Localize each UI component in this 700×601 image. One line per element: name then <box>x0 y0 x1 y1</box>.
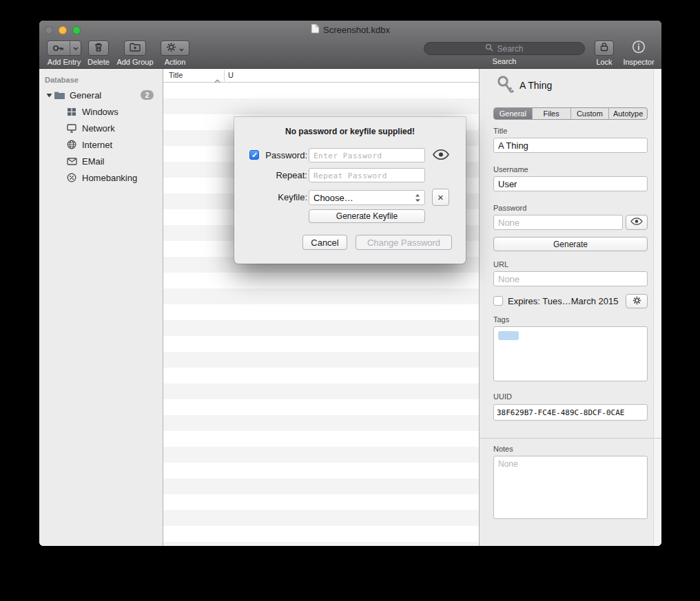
url-field-label: URL <box>493 260 508 268</box>
column-divider[interactable] <box>224 70 225 81</box>
group-sidebar: Database General 2 Windows Network Inter… <box>39 69 163 546</box>
search-icon <box>485 43 493 54</box>
group-label: Network <box>82 123 115 134</box>
title-field[interactable] <box>493 138 648 153</box>
eye-icon <box>433 151 449 162</box>
delete-label: Delete <box>88 58 110 66</box>
tab-general[interactable]: General <box>494 108 532 119</box>
reveal-password-button[interactable] <box>433 149 449 162</box>
notes-field-label: Notes <box>493 445 513 453</box>
gear-icon <box>166 42 176 55</box>
keyfile-popup[interactable]: Choose… <box>309 190 425 205</box>
entry-count-badge: 2 <box>141 90 154 100</box>
sheet-repeat-input[interactable] <box>309 168 425 182</box>
search-input[interactable]: Search <box>424 42 585 55</box>
app-window: Screenshot.kdbx Add Entry Delete <box>39 21 661 546</box>
lock-button[interactable] <box>595 41 614 56</box>
keyfile-label: Keyfile: <box>248 192 307 202</box>
uuid-field-label: UUID <box>493 392 512 401</box>
search-placeholder: Search <box>497 44 523 54</box>
password-label: Password: <box>248 150 307 160</box>
sidebar-item-general[interactable]: General 2 <box>39 87 163 103</box>
section-divider <box>480 438 661 439</box>
url-field[interactable] <box>493 271 648 286</box>
sidebar-item-network[interactable]: Network <box>39 120 163 136</box>
tag-chip[interactable] <box>498 331 519 340</box>
group-label: Internet <box>82 140 112 150</box>
reveal-password-button[interactable] <box>626 215 648 230</box>
sidebar-item-windows[interactable]: Windows <box>39 103 163 120</box>
entry-title-heading: A Thing <box>519 80 552 91</box>
tab-custom[interactable]: Custom <box>570 108 609 119</box>
folder-plus-icon <box>130 42 141 54</box>
percent-coin-icon <box>65 173 78 182</box>
window-chrome: Screenshot.kdbx Add Entry Delete <box>39 21 661 69</box>
titlebar: Screenshot.kdbx <box>39 21 661 39</box>
network-icon <box>65 124 78 133</box>
clear-keyfile-button[interactable]: × <box>432 189 449 206</box>
search-label: Search <box>493 57 517 65</box>
inspector-button[interactable] <box>632 41 646 56</box>
add-group-button[interactable] <box>124 41 146 56</box>
envelope-icon <box>65 158 78 165</box>
key-plus-icon <box>48 41 70 55</box>
generate-password-button[interactable]: Generate <box>493 237 648 251</box>
sidebar-item-email[interactable]: EMail <box>39 153 163 169</box>
tags-box[interactable] <box>493 326 648 381</box>
stepper-icon <box>415 193 420 202</box>
action-label: Action <box>165 58 186 66</box>
add-entry-button[interactable] <box>47 41 81 56</box>
repeat-label: Repeat: <box>248 170 307 180</box>
inspector-label: Inspector <box>623 58 654 66</box>
expires-options-button[interactable] <box>626 294 648 308</box>
tab-files[interactable]: Files <box>532 108 570 119</box>
uuid-field[interactable] <box>493 404 648 421</box>
sidebar-item-internet[interactable]: Internet <box>39 136 163 153</box>
window-title: Screenshot.kdbx <box>323 25 390 35</box>
title-field-label: Title <box>493 127 507 135</box>
sidebar-section-header: Database <box>45 76 79 84</box>
username-field-label: Username <box>493 165 528 173</box>
action-button[interactable] <box>161 41 189 56</box>
folder-icon <box>53 91 65 100</box>
expires-checkbox[interactable] <box>493 296 503 306</box>
entry-list-header: Title U <box>163 69 479 83</box>
generate-keyfile-button[interactable]: Generate Keyfile <box>309 209 425 223</box>
column-header-username[interactable]: U <box>228 71 234 79</box>
tags-field-label: Tags <box>493 315 509 324</box>
key-icon <box>496 74 515 99</box>
inspector-panel: A Thing General Files Custom Autotype Ti… <box>480 69 661 546</box>
keyfile-popup-value: Choose… <box>313 193 353 203</box>
windows-icon <box>65 107 78 116</box>
group-label: Homebanking <box>82 173 137 183</box>
username-field[interactable] <box>493 176 648 191</box>
chevron-down-icon <box>179 42 184 54</box>
sidebar-item-homebanking[interactable]: Homebanking <box>39 169 163 186</box>
chevron-down-icon[interactable] <box>70 41 81 55</box>
gear-icon <box>632 296 641 307</box>
password-field-label: Password <box>493 204 526 212</box>
group-label: General <box>70 90 101 101</box>
sheet-message: No password or keyfile supplied! <box>234 127 466 136</box>
sheet-password-input[interactable] <box>309 148 425 162</box>
notes-field[interactable] <box>493 456 648 519</box>
password-field[interactable] <box>493 215 623 230</box>
globe-icon <box>65 140 78 149</box>
document-icon <box>311 23 320 36</box>
group-label: Windows <box>82 107 119 117</box>
eye-icon <box>630 218 643 227</box>
lock-label: Lock <box>596 58 612 66</box>
toolbar: Add Entry Delete Add Group Action <box>39 39 661 69</box>
inspector-scrollbar[interactable] <box>653 69 661 546</box>
cancel-button[interactable]: Cancel <box>302 235 347 250</box>
add-group-label: Add Group <box>116 58 153 66</box>
tab-autotype[interactable]: Autotype <box>608 108 647 119</box>
change-password-sheet: No password or keyfile supplied! Passwor… <box>234 117 466 264</box>
column-header-title[interactable]: Title <box>169 71 183 79</box>
expires-label: Expires: Tues…March 2015 <box>508 296 618 306</box>
disclosure-triangle-icon[interactable] <box>45 93 53 98</box>
change-password-button[interactable]: Change Password <box>356 235 452 250</box>
delete-button[interactable] <box>88 41 109 56</box>
group-label: EMail <box>82 156 105 167</box>
padlock-icon <box>600 42 608 54</box>
